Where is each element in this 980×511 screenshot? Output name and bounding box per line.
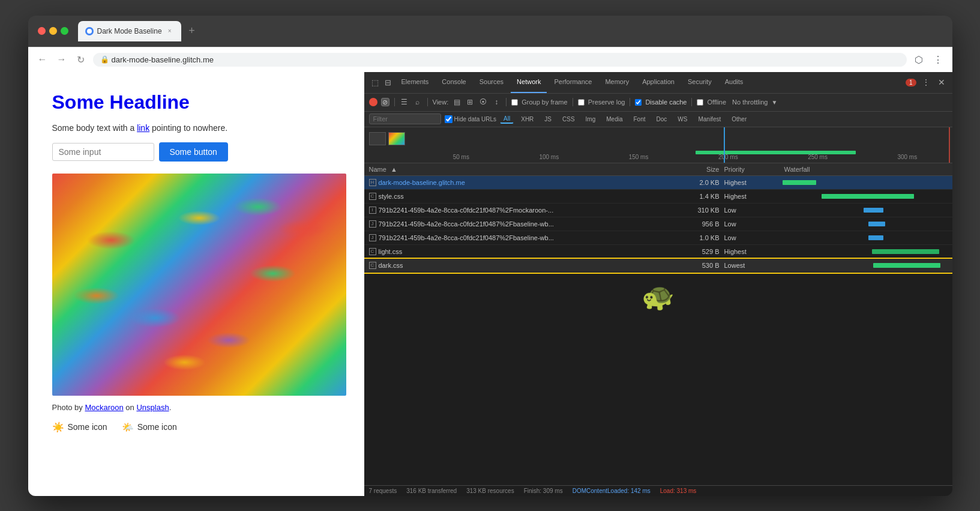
close-window-button[interactable] xyxy=(38,27,46,35)
sun-icon-1: ☀️ xyxy=(52,422,64,433)
table-row[interactable]: C dark.css 530 B Lowest xyxy=(364,259,952,273)
browser-tab[interactable]: Dark Mode Baseline × xyxy=(78,21,181,41)
extensions-icon[interactable]: ⬡ xyxy=(912,52,926,67)
secure-icon: 🔒 xyxy=(100,55,109,64)
offline-checkbox[interactable] xyxy=(697,99,703,106)
col-header-waterfall[interactable]: Waterfall xyxy=(780,166,948,173)
minimize-window-button[interactable] xyxy=(49,27,57,35)
filter-input[interactable] xyxy=(369,113,441,124)
hide-urls-toggle[interactable]: Hide data URLs xyxy=(445,115,497,123)
refresh-button[interactable]: ↻ xyxy=(74,52,88,67)
photo-credit-before: Photo by xyxy=(52,403,85,412)
transferred-size: 316 KB transferred xyxy=(406,488,457,494)
filter-media-tag[interactable]: Media xyxy=(603,115,626,124)
tab-application[interactable]: Application xyxy=(636,72,681,93)
filter-font-tag[interactable]: Font xyxy=(630,115,649,124)
throttle-arrow[interactable]: ▼ xyxy=(771,99,777,106)
more-options-icon[interactable]: ⋮ xyxy=(931,52,945,67)
row-priority-3: Low xyxy=(720,207,780,214)
turtle-area: 🐢 xyxy=(364,273,952,309)
sun-icon-2: 🌤️ xyxy=(122,422,134,433)
table-row[interactable]: I 791b2241-459b-4a2e-8cca-c0fdc21f0487%2… xyxy=(364,204,952,217)
waterfall-bar-4 xyxy=(868,222,885,226)
tab-close-button[interactable]: × xyxy=(166,27,174,35)
ms-label-100: 100 ms xyxy=(539,154,559,160)
view-icon-4[interactable]: ↕ xyxy=(492,97,501,107)
devtools-device-icon[interactable]: ⊟ xyxy=(382,76,394,88)
filter-js-tag[interactable]: JS xyxy=(541,115,555,124)
filter-img-tag[interactable]: Img xyxy=(582,115,600,124)
photo-credit: Photo by Mockaroon on Unsplash. xyxy=(52,403,340,412)
filter-all-tag[interactable]: All xyxy=(500,114,514,124)
error-badge: 1 xyxy=(906,79,916,86)
preserve-log-checkbox[interactable] xyxy=(578,99,585,106)
table-row[interactable]: J 791b2241-459b-4a2e-8cca-c0fdc21f0487%2… xyxy=(364,231,952,245)
new-tab-button[interactable]: + xyxy=(184,23,200,40)
maximize-window-button[interactable] xyxy=(61,27,68,35)
filter-manifest-tag[interactable]: Manifest xyxy=(694,115,724,124)
table-row[interactable]: C light.css 529 B Highest xyxy=(364,245,952,259)
hide-urls-checkbox[interactable] xyxy=(445,115,452,123)
col-header-priority[interactable]: Priority xyxy=(720,166,780,173)
tab-security[interactable]: Security xyxy=(682,72,718,93)
tab-console[interactable]: Console xyxy=(436,72,472,93)
ms-label-300: 300 ms xyxy=(897,154,917,160)
body-link[interactable]: link xyxy=(137,123,149,133)
row-priority-7: Lowest xyxy=(720,262,780,269)
clear-button[interactable]: ⊘ xyxy=(381,98,389,106)
mockaroon-link[interactable]: Mockaroon xyxy=(85,403,123,412)
unsplash-link[interactable]: Unsplash xyxy=(136,403,169,412)
devtools-inspect-icon[interactable]: ⬚ xyxy=(369,76,381,88)
tab-network[interactable]: Network xyxy=(511,72,547,93)
row-priority-6: Highest xyxy=(720,248,780,255)
forward-button[interactable]: → xyxy=(55,52,69,67)
search-icon[interactable]: ⌕ xyxy=(413,97,422,107)
some-button[interactable]: Some button xyxy=(159,142,228,162)
tab-sources[interactable]: Sources xyxy=(473,72,510,93)
tab-elements[interactable]: Elements xyxy=(395,72,435,93)
devtools-more-button[interactable]: ⋮ xyxy=(920,76,932,88)
body-text-before: Some body text with a xyxy=(52,123,137,133)
filter-doc-tag[interactable]: Doc xyxy=(653,115,671,124)
waterfall-bar-7 xyxy=(873,263,940,268)
body-text-after: pointing to nowhere. xyxy=(149,123,227,133)
load-time: Load: 313 ms xyxy=(660,488,697,494)
row-name-6: light.css xyxy=(379,248,672,255)
table-row[interactable]: J 791b2241-459b-4a2e-8cca-c0fdc21f0487%2… xyxy=(364,217,952,231)
filter-xhr-tag[interactable]: XHR xyxy=(517,115,537,124)
disable-cache-checkbox[interactable] xyxy=(635,99,642,106)
ms-label-250: 250 ms xyxy=(808,154,828,160)
tab-performance[interactable]: Performance xyxy=(548,72,598,93)
filter-other-tag[interactable]: Other xyxy=(728,115,750,124)
row-size-2: 1.4 KB xyxy=(672,193,720,200)
tab-audits[interactable]: Audits xyxy=(719,72,750,93)
filter-icon[interactable]: ☰ xyxy=(400,97,409,107)
row-size-7: 530 B xyxy=(672,262,720,269)
filter-css-tag[interactable]: CSS xyxy=(559,115,579,124)
finish-time: Finish: 309 ms xyxy=(524,488,563,494)
row-icon-css2: C xyxy=(369,248,376,255)
filter-ws-tag[interactable]: WS xyxy=(674,115,691,124)
group-by-frame-label: Group by frame xyxy=(522,98,567,106)
view-icon-2[interactable]: ⊞ xyxy=(465,97,475,107)
row-icon-js2: J xyxy=(369,234,376,241)
col-header-size[interactable]: Size xyxy=(672,166,720,173)
tab-memory[interactable]: Memory xyxy=(599,72,635,93)
view-icon-3[interactable]: ⦿ xyxy=(478,97,488,107)
some-input[interactable] xyxy=(52,143,154,161)
table-row[interactable]: H dark-mode-baseline.glitch.me 2.0 KB Hi… xyxy=(364,176,952,190)
devtools-close-button[interactable]: ✕ xyxy=(936,76,948,88)
table-row[interactable]: C style.css 1.4 KB Highest xyxy=(364,190,952,204)
resources-size: 313 KB resources xyxy=(466,488,514,494)
row-size-5: 1.0 KB xyxy=(672,234,720,241)
back-button[interactable]: ← xyxy=(35,52,50,67)
row-waterfall-2 xyxy=(780,192,948,201)
view-icon-1[interactable]: ▤ xyxy=(452,97,461,107)
url-bar[interactable]: 🔒 dark-mode-baseline.glitch.me xyxy=(93,53,907,67)
col-header-name[interactable]: Name ▲ xyxy=(369,166,672,173)
col-sort-icon: ▲ xyxy=(391,166,397,173)
photo-credit-after: . xyxy=(169,403,172,412)
group-by-frame-checkbox[interactable] xyxy=(511,99,518,106)
requests-count: 7 requests xyxy=(369,488,397,494)
record-button[interactable] xyxy=(369,98,377,106)
